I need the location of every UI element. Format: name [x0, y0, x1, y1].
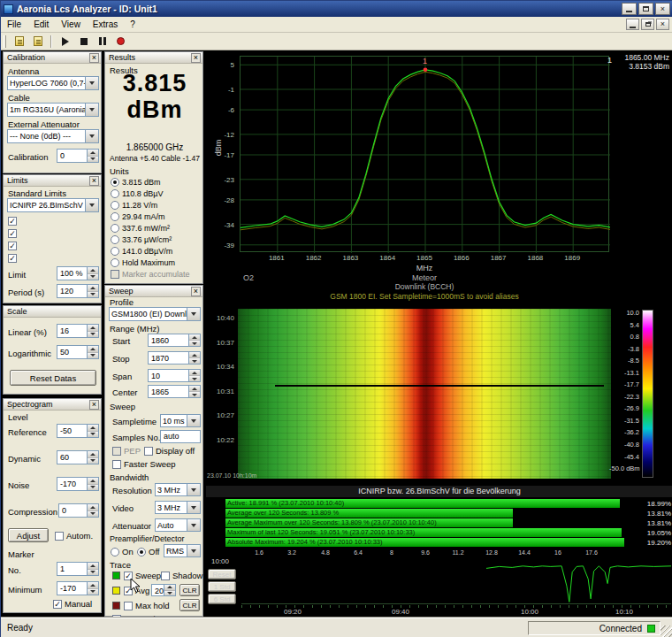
linear-input[interactable]: 16	[57, 324, 99, 338]
autom-checkbox[interactable]: Autom.	[55, 531, 93, 541]
menu-item[interactable]: ?	[124, 18, 141, 31]
spin-up-icon[interactable]	[189, 370, 200, 376]
attenuator-select[interactable]: Auto	[155, 518, 201, 532]
history-reset-button[interactable]: Reset	[208, 569, 236, 579]
stop-button[interactable]	[75, 34, 92, 49]
close-icon[interactable]: ×	[191, 287, 201, 296]
history-6h-button[interactable]: 6 Std	[208, 594, 236, 604]
spin-up-icon[interactable]	[88, 582, 98, 589]
chevron-down-icon[interactable]	[85, 104, 98, 116]
minimum-input[interactable]: -170	[57, 581, 99, 595]
unit-option-dbuvm[interactable]: 141.0 dBµV/m	[111, 247, 172, 256]
checkbox-checked-icon[interactable]: ✓	[8, 254, 17, 263]
spin-up-icon[interactable]	[88, 346, 98, 353]
spin-down-icon[interactable]	[88, 458, 98, 464]
radio-icon[interactable]	[111, 258, 119, 267]
marker-no-input[interactable]: 1	[57, 562, 99, 576]
spin-down-icon[interactable]	[88, 292, 98, 298]
compression-input[interactable]: 0	[58, 503, 99, 518]
limit-checkbox-row[interactable]: ✓	[8, 240, 19, 252]
start-input[interactable]: 1860	[148, 334, 201, 347]
noise-input[interactable]: -170	[57, 477, 99, 491]
dynamic-input[interactable]: 60	[57, 450, 99, 464]
close-button[interactable]: ×	[655, 3, 670, 15]
spin-down-icon[interactable]	[88, 432, 98, 438]
spin-down-icon[interactable]	[88, 157, 98, 163]
radio-icon[interactable]	[111, 201, 119, 210]
period-input[interactable]: 120	[57, 284, 99, 298]
chevron-down-icon[interactable]	[187, 519, 200, 531]
spin-down-icon[interactable]	[88, 274, 98, 280]
preamp-off-radio[interactable]: Off	[137, 547, 160, 556]
limit-input[interactable]: 100 %	[57, 266, 99, 280]
checkbox-checked-icon[interactable]: ✓	[53, 600, 62, 609]
reference-input[interactable]: -50	[57, 424, 99, 438]
spin-up-icon[interactable]	[88, 267, 98, 274]
spin-up-icon[interactable]	[88, 504, 98, 511]
standard-limits-select[interactable]: ICNIRP 26.BImSchV	[7, 198, 99, 212]
import-button[interactable]	[29, 34, 46, 49]
chevron-down-icon[interactable]	[187, 308, 200, 320]
mdi-close-button[interactable]: ×	[656, 19, 669, 30]
waterfall-marker-line[interactable]	[275, 385, 603, 387]
menu-item[interactable]: Extras	[87, 18, 124, 31]
maxhold-clear-button[interactable]: CLR	[179, 599, 200, 611]
menu-item[interactable]: File	[1, 18, 27, 31]
pause-button[interactable]	[94, 34, 111, 49]
pep-checkbox[interactable]: PEP	[112, 446, 141, 456]
checkbox-icon[interactable]	[112, 460, 121, 469]
ext-attenuator-select[interactable]: --- None (0dB) ---	[7, 129, 99, 143]
checkbox-checked-icon[interactable]: ✓	[124, 572, 133, 580]
minimize-button[interactable]	[622, 3, 637, 15]
radio-selected-icon[interactable]	[137, 548, 146, 556]
chevron-down-icon[interactable]	[187, 415, 200, 426]
spin-up-icon[interactable]	[88, 150, 98, 157]
play-button[interactable]	[57, 34, 73, 49]
radio-icon[interactable]	[111, 247, 119, 256]
checkbox-checked-icon[interactable]: ✓	[8, 242, 17, 250]
checkbox-icon[interactable]	[161, 572, 170, 580]
radio-icon[interactable]	[111, 548, 119, 556]
reset-datas-button[interactable]: Reset Datas	[10, 370, 96, 386]
calibration-input[interactable]: 0	[57, 149, 99, 163]
spin-up-icon[interactable]	[189, 334, 200, 341]
mdi-restore-button[interactable]	[641, 19, 654, 30]
spin-down-icon[interactable]	[189, 376, 200, 381]
unit-option-mam[interactable]: 29.94 mA/m	[111, 212, 165, 221]
radio-icon[interactable]	[111, 235, 119, 244]
chevron-down-icon[interactable]	[85, 130, 98, 142]
spin-down-icon[interactable]	[189, 341, 200, 346]
trace-sweep-checkbox[interactable]: ✓ Sweep	[124, 571, 161, 580]
cable-select[interactable]: 1m RG316U (Aaronia A	[7, 103, 99, 117]
radio-icon[interactable]	[111, 224, 119, 233]
record-button[interactable]	[112, 34, 129, 49]
checkbox-checked-icon[interactable]: ✓	[8, 229, 17, 238]
center-input[interactable]: 1865	[148, 385, 201, 398]
spin-up-icon[interactable]	[88, 563, 98, 570]
sampletime-select[interactable]: 10 ms	[160, 414, 201, 427]
checkbox-icon[interactable]	[55, 532, 64, 541]
spin-down-icon[interactable]	[189, 392, 200, 397]
stop-input[interactable]: 1870	[148, 351, 201, 365]
close-icon[interactable]: ×	[89, 53, 99, 63]
history-1h-button[interactable]: 1 Std	[208, 581, 236, 592]
checkbox-icon[interactable]	[112, 447, 121, 456]
spin-up-icon[interactable]	[88, 425, 98, 432]
spin-up-icon[interactable]	[189, 352, 200, 358]
spin-up-icon[interactable]	[88, 325, 98, 332]
unit-option-dbm[interactable]: 3.815 dBm	[111, 178, 161, 187]
chevron-down-icon[interactable]	[85, 199, 98, 211]
profile-select[interactable]: GSM1800 (EI) Downlin	[109, 307, 201, 321]
resize-grip[interactable]	[661, 625, 672, 637]
limit-checkbox-row[interactable]: ✓	[8, 252, 19, 265]
faster-sweep-checkbox[interactable]: Faster Sweep	[112, 459, 176, 469]
manual-checkbox[interactable]: ✓ Manual	[53, 599, 92, 609]
video-select[interactable]: 3 MHz	[155, 501, 201, 514]
mdi-minimize-button[interactable]	[626, 19, 639, 30]
checkbox-checked-icon[interactable]: ✓	[124, 587, 133, 595]
avg-count-input[interactable]: 20	[151, 584, 176, 596]
spin-down-icon[interactable]	[88, 332, 98, 338]
unit-option-vm[interactable]: 11.28 V/m	[111, 201, 157, 210]
spin-down-icon[interactable]	[88, 353, 98, 359]
chevron-down-icon[interactable]	[187, 484, 200, 495]
